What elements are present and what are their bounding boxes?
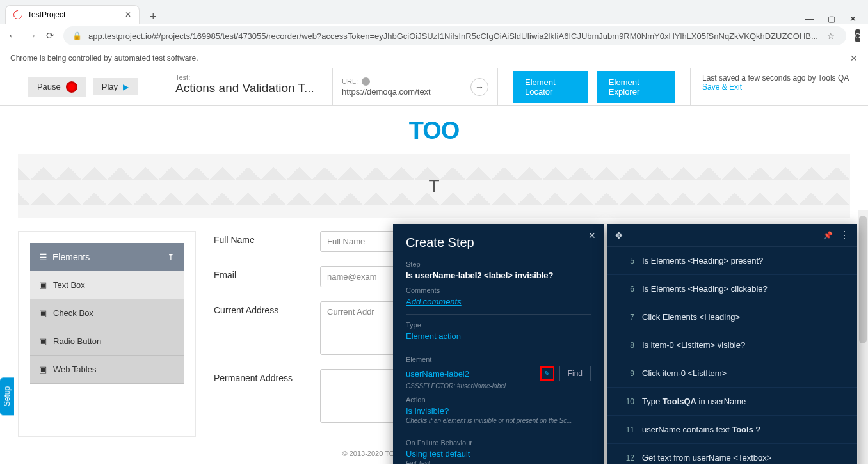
step-item[interactable]: 8Is item-0 <ListItem> visible? (607, 331, 857, 359)
steps-list: 5Is Elements <Heading> present?6Is Eleme… (607, 247, 857, 464)
pin-icon[interactable]: 📌 (823, 231, 833, 240)
add-comments-link[interactable]: Add comments (406, 297, 591, 306)
sidebar-item-web-tables[interactable]: ▣ Web Tables (30, 356, 184, 384)
tab-close-icon[interactable]: ✕ (125, 10, 131, 19)
browser-tab[interactable]: TestProject ✕ (5, 5, 140, 24)
panel-close-icon[interactable]: ✕ (588, 230, 596, 240)
step-description: Is userName-label2 <label> invisible? (406, 271, 591, 280)
full-name-label: Full Name (214, 235, 255, 245)
window-controls: — ▢ ✕ (805, 14, 868, 24)
toolsqa-logo: TOO (0, 117, 868, 145)
pause-button[interactable]: Pause (28, 77, 86, 97)
record-dot-icon (66, 81, 77, 93)
maximize-button[interactable]: ▢ (828, 14, 835, 24)
step-item[interactable]: 5Is Elements <Heading> present? (607, 247, 857, 275)
email-label: Email (214, 266, 311, 280)
test-label: Test: (175, 74, 323, 81)
type-section-label: Type (406, 321, 591, 329)
page-content: TOO T ☰ Elements ⤒ ▣ Text Box ▣ Check Bo… (0, 106, 868, 464)
find-element-button[interactable]: Find (559, 366, 591, 381)
step-item[interactable]: 10Type ToolsQA in userName (607, 388, 857, 416)
step-number: 9 (619, 369, 634, 378)
new-tab-button[interactable]: + (143, 10, 163, 24)
tab-title: TestProject (28, 10, 65, 19)
step-number: 10 (619, 397, 634, 406)
minimize-button[interactable]: — (805, 14, 814, 24)
step-item[interactable]: 11userName contains text Tools ? (607, 416, 857, 444)
step-text: Is Elements <Heading> clickable? (642, 284, 768, 294)
steps-panel: ✥ 📌 ⋮ 5Is Elements <Heading> present?6Is… (607, 224, 857, 464)
close-button[interactable]: ✕ (849, 14, 856, 24)
step-item[interactable]: 7Click Elements <Heading> (607, 303, 857, 331)
element-section-label: Element (406, 356, 591, 363)
navigate-button[interactable]: → (470, 78, 488, 96)
scrollbar-track[interactable] (858, 210, 868, 464)
element-locator-button[interactable]: Element Locator (513, 71, 588, 103)
item-icon: ▣ (39, 280, 47, 290)
scrollbar-thumb[interactable] (859, 216, 867, 343)
step-text: Is Elements <Heading> present? (642, 256, 763, 265)
step-text: Click Elements <Heading> (642, 312, 740, 322)
step-number: 6 (619, 285, 634, 294)
step-text: Type ToolsQA in userName (642, 397, 746, 406)
site-favicon (12, 8, 24, 21)
edit-element-icon[interactable]: ✎ (540, 366, 554, 381)
step-number: 5 (619, 256, 634, 265)
save-section: Last saved a few seconds ago by Tools QA… (690, 68, 868, 105)
create-step-panel: ✕ Create Step Step Is userName-label2 <l… (393, 224, 604, 464)
step-text: Click item-0 <ListItem> (642, 368, 727, 378)
step-number: 8 (619, 341, 634, 350)
browser-chrome: TestProject ✕ + — ▢ ✕ ← → ⟳ 🔒 app.testpr… (0, 0, 868, 48)
test-name-section: Test: Actions and Validation T... (166, 68, 333, 105)
sidebar-item-radio-button[interactable]: ▣ Radio Button (30, 327, 184, 356)
lock-icon: 🔒 (72, 31, 82, 40)
url-label: URL: (342, 77, 358, 85)
forward-button[interactable]: → (27, 30, 37, 42)
failure-subtext: Fail Test (406, 460, 591, 464)
reload-button[interactable]: ⟳ (46, 30, 54, 42)
type-value-link[interactable]: Element action (406, 331, 591, 341)
category-sidebar: ☰ Elements ⤒ ▣ Text Box ▣ Check Box ▣ Ra… (18, 231, 196, 437)
step-item[interactable]: 12Get text from userName <Textbox> (607, 444, 857, 464)
step-text: userName contains text Tools ? (642, 425, 760, 434)
item-icon: ▣ (39, 365, 47, 374)
setup-side-tab[interactable]: Setup (0, 377, 14, 415)
action-description: Checks if an element is invisible or not… (406, 417, 591, 424)
step-number: 12 (619, 453, 634, 462)
sidebar-item-check-box[interactable]: ▣ Check Box (30, 299, 184, 327)
item-icon: ▣ (39, 308, 47, 318)
failure-value-link[interactable]: Using test default (406, 449, 591, 459)
play-button[interactable]: Play ▶ (93, 78, 138, 95)
step-item[interactable]: 6Is Elements <Heading> clickable? (607, 275, 857, 303)
address-bar-row: ← → ⟳ 🔒 app.testproject.io/#/projects/16… (0, 24, 868, 48)
action-value-link[interactable]: Is invisible? (406, 406, 591, 416)
save-exit-link[interactable]: Save & Exit (702, 83, 856, 91)
back-button[interactable]: ← (8, 30, 18, 42)
panel-title: Create Step (406, 235, 591, 250)
test-title: Actions and Validation T... (175, 81, 323, 95)
recorder-toolbar: Pause Play ▶ Test: Actions and Validatio… (0, 68, 868, 106)
sidebar-item-text-box[interactable]: ▣ Text Box (30, 271, 184, 299)
steps-panel-header: ✥ 📌 ⋮ (607, 224, 857, 247)
step-section-label: Step (406, 260, 591, 268)
step-item[interactable]: 9Click item-0 <ListItem> (607, 359, 857, 388)
info-icon[interactable]: i (362, 77, 370, 86)
url-section: URL: i https://demoqa.com/text → (333, 68, 498, 105)
permanent-address-label: Permanent Address (214, 369, 311, 383)
action-section-label: Action (406, 396, 591, 404)
move-handle-icon[interactable]: ✥ (615, 230, 623, 240)
extension-c-icon[interactable]: C (855, 29, 860, 42)
automation-info-bar: Chrome is being controlled by automated … (0, 48, 868, 68)
element-explorer-button[interactable]: Element Explorer (597, 71, 675, 103)
address-bar[interactable]: 🔒 app.testproject.io/#/projects/169985/t… (63, 26, 846, 45)
star-icon[interactable]: ☆ (824, 29, 837, 42)
hero-banner: T (18, 154, 850, 218)
tab-strip: TestProject ✕ + — ▢ ✕ (0, 0, 868, 24)
step-number: 11 (619, 425, 634, 434)
collapse-icon[interactable]: ⤒ (167, 252, 175, 262)
info-bar-close-icon[interactable]: ✕ (850, 53, 858, 63)
comments-section-label: Comments (406, 287, 591, 294)
element-name-link[interactable]: userName-label2 (406, 369, 535, 379)
sidebar-header-elements[interactable]: ☰ Elements ⤒ (30, 243, 184, 271)
panel-menu-icon[interactable]: ⋮ (839, 229, 849, 241)
